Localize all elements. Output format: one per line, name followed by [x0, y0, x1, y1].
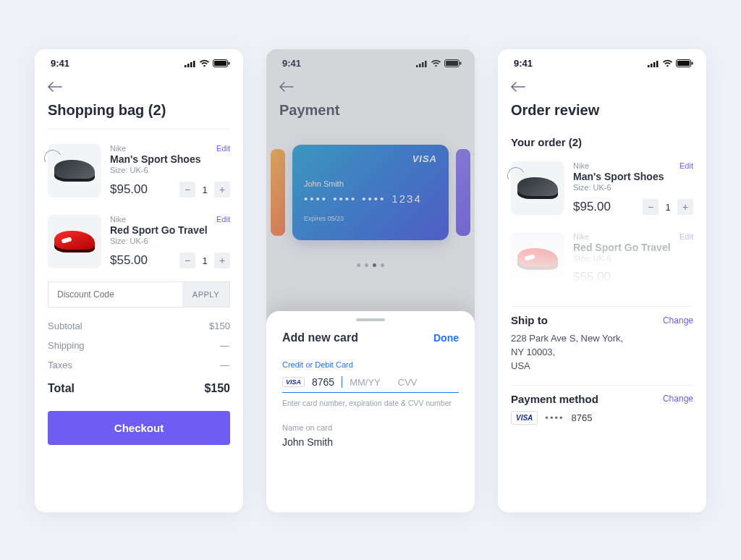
taxes-value: —: [220, 360, 230, 370]
wifi-icon: [662, 59, 673, 67]
qty-minus-button[interactable]: −: [179, 253, 195, 268]
add-card-sheet: Add new card Done Credit or Debit Card V…: [266, 311, 475, 512]
arrow-left-icon: [48, 82, 62, 92]
address-line: 228 Park Ave S, New York,: [511, 332, 693, 346]
checkout-button[interactable]: Checkout: [48, 411, 230, 445]
status-bar: 9:41: [35, 49, 243, 75]
qty-value: 1: [197, 255, 213, 266]
product-size: Size: UK-6: [573, 254, 693, 263]
signal-icon: [648, 60, 659, 67]
cart-item: Edit Nike Red Sport Go Travel Size: UK-6…: [48, 208, 230, 279]
product-name: Man's Sport Shoes: [110, 153, 230, 165]
total-label: Total: [48, 382, 75, 395]
svg-rect-19: [677, 61, 690, 66]
apply-button[interactable]: APPLY: [182, 282, 229, 307]
shipping-value: —: [220, 340, 230, 351]
status-icons: [648, 59, 693, 67]
edit-link[interactable]: Edit: [679, 161, 693, 170]
product-size: Size: UK-6: [573, 183, 693, 192]
svg-rect-16: [653, 62, 656, 67]
screen-shopping-bag: 9:41 Shopping bag (2) Edit Nike Man's Sp…: [35, 49, 243, 512]
sheet-title: Add new card: [282, 331, 358, 344]
status-time: 9:41: [51, 58, 69, 69]
subtotal-value: $150: [209, 321, 230, 331]
product-thumbnail[interactable]: [511, 232, 564, 286]
shoe-image: [54, 231, 95, 253]
svg-rect-5: [214, 61, 226, 66]
qty-plus-button[interactable]: +: [214, 253, 230, 268]
svg-rect-0: [185, 65, 187, 67]
product-size: Size: UK-6: [110, 166, 230, 174]
qty-minus-button[interactable]: −: [179, 182, 195, 198]
product-brand: Nike: [573, 161, 693, 170]
qty-plus-button[interactable]: +: [677, 199, 693, 215]
total-value: $150: [204, 382, 230, 395]
quantity-stepper: − 1 +: [643, 199, 693, 215]
qty-value: 1: [197, 184, 213, 195]
svg-rect-14: [648, 65, 650, 67]
cart-item: Edit Nike Red Sport Go Travel Size: UK-6…: [511, 225, 693, 296]
name-label: Name on card: [282, 423, 459, 432]
product-thumbnail[interactable]: [48, 144, 101, 198]
ship-to-block: Ship to Change 228 Park Ave S, New York,…: [498, 307, 706, 385]
name-on-card-input[interactable]: John Smith: [282, 436, 459, 448]
card-number-input[interactable]: 8765: [312, 376, 334, 388]
cvv-placeholder[interactable]: CVV: [398, 377, 418, 388]
edit-link[interactable]: Edit: [679, 232, 693, 241]
taxes-label: Taxes: [48, 360, 72, 370]
battery-icon: [213, 59, 230, 67]
svg-rect-20: [692, 62, 693, 65]
product-thumbnail[interactable]: [511, 161, 564, 215]
battery-icon: [676, 59, 693, 67]
product-name: Red Sport Go Travel: [110, 224, 230, 236]
product-price: $95.00: [573, 200, 611, 214]
product-price: $95.00: [110, 182, 148, 197]
pm-mask: ••••: [545, 412, 564, 423]
discount-input[interactable]: [48, 282, 182, 307]
signal-icon: [185, 60, 196, 67]
address-line: NY 10003,: [511, 346, 693, 360]
card-input[interactable]: VISA 8765 MM/YY CVV: [282, 373, 459, 393]
payment-method-row[interactable]: VISA •••• 8765: [511, 411, 693, 425]
status-bar: 9:41: [498, 49, 706, 75]
edit-link[interactable]: Edit: [216, 215, 230, 224]
card-field-label: Credit or Debit Card: [282, 360, 459, 369]
product-brand: Nike: [573, 232, 693, 241]
sheet-handle[interactable]: [356, 318, 385, 321]
screen-order-review: 9:41 Order review Your order (2) Edit Ni…: [498, 49, 706, 512]
payment-method-block: Payment method Change VISA •••• 8765: [498, 386, 706, 436]
product-thumbnail[interactable]: [48, 215, 101, 268]
svg-rect-15: [651, 64, 653, 67]
your-order-heading: Your order (2): [498, 129, 706, 151]
back-button[interactable]: [48, 82, 62, 92]
quantity-stepper: − 1 +: [179, 182, 230, 198]
change-payment-link[interactable]: Change: [663, 394, 693, 404]
qty-plus-button[interactable]: +: [214, 182, 230, 198]
qty-minus-button[interactable]: −: [643, 199, 659, 215]
pm-last4: 8765: [572, 412, 593, 423]
status-icons: [185, 59, 230, 67]
page-header: Order review: [498, 75, 706, 129]
address-line: USA: [511, 360, 693, 373]
page-title: Shopping bag (2): [48, 102, 230, 119]
arrow-left-icon: [511, 82, 525, 92]
review-items: Edit Nike Man's Sport Shoes Size: UK-6 $…: [498, 151, 706, 306]
expiry-placeholder[interactable]: MM/YY: [350, 377, 381, 388]
svg-rect-17: [656, 61, 659, 67]
product-brand: Nike: [110, 144, 230, 153]
visa-chip-icon: VISA: [511, 411, 538, 425]
subtotal-label: Subtotal: [48, 321, 82, 331]
edit-link[interactable]: Edit: [216, 144, 230, 153]
cart-item: Edit Nike Man's Sport Shoes Size: UK-6 $…: [511, 154, 693, 225]
qty-value: 1: [660, 202, 676, 213]
page-header: Shopping bag (2): [35, 75, 243, 129]
svg-rect-1: [187, 64, 190, 67]
change-shipping-link[interactable]: Change: [663, 315, 693, 326]
done-button[interactable]: Done: [433, 332, 459, 344]
product-size: Size: UK-6: [110, 237, 230, 245]
shoe-image: [54, 160, 95, 182]
back-button[interactable]: [511, 82, 525, 92]
payment-method-label: Payment method: [511, 393, 598, 405]
helper-text: Enter card number, expiration date & CVV…: [282, 399, 459, 407]
product-price: $55.00: [573, 270, 611, 284]
